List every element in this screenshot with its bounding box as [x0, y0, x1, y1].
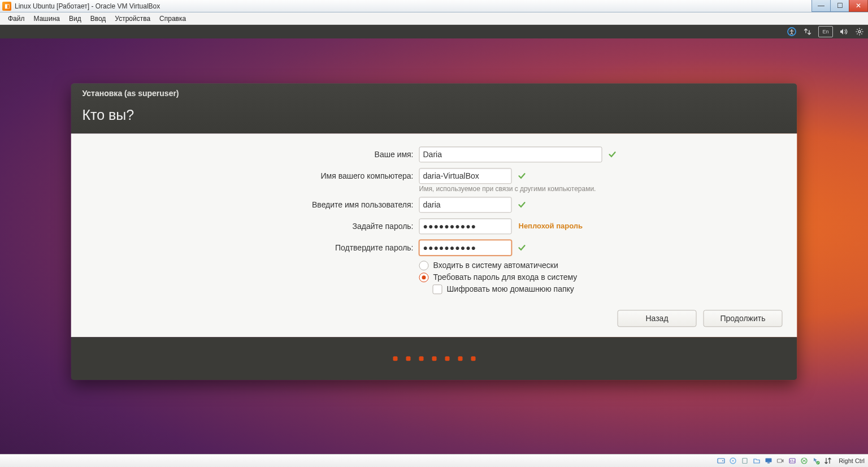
radio-icon: [419, 261, 429, 270]
accessibility-icon[interactable]: [787, 27, 797, 37]
window-title-bar: ◧ Linux Ubuntu [Работает] - Oracle VM Vi…: [0, 0, 868, 12]
svg-rect-18: [778, 459, 782, 462]
gear-icon[interactable]: [854, 27, 865, 37]
progress-dot: [458, 356, 462, 361]
menu-input[interactable]: Ввод: [86, 14, 111, 24]
continue-button[interactable]: Продолжить: [704, 310, 783, 327]
progress-dot: [471, 356, 475, 361]
host-key-indicator: Right Ctrl: [839, 457, 865, 464]
svg-point-12: [722, 460, 723, 461]
svg-line-8: [861, 33, 862, 34]
input-password[interactable]: [419, 218, 512, 234]
status-usb-icon[interactable]: [740, 456, 749, 465]
check-ok-icon: [608, 150, 617, 159]
status-optical-icon[interactable]: [728, 456, 737, 465]
virtualbox-status-bar: Right Ctrl: [0, 454, 868, 467]
menu-view[interactable]: Вид: [64, 14, 86, 24]
progress-dot: [393, 356, 397, 361]
option-auto-login-label: Входить в систему автоматически: [433, 261, 558, 270]
keyboard-layout-indicator[interactable]: En: [818, 26, 833, 37]
progress-dot: [445, 356, 449, 361]
status-audio-icon[interactable]: [788, 456, 797, 465]
label-password: Задайте пароль:: [86, 222, 419, 231]
status-display-icon[interactable]: [764, 456, 773, 465]
svg-line-10: [857, 33, 857, 34]
menu-help[interactable]: Справка: [155, 14, 190, 24]
volume-icon[interactable]: [839, 27, 849, 37]
installer-window: Установка (as superuser) Кто вы? Ваше им…: [71, 83, 797, 380]
check-ok-icon: [518, 171, 527, 180]
menu-machine[interactable]: Машина: [29, 14, 64, 24]
status-keyboard-captured-icon[interactable]: [823, 456, 832, 465]
svg-point-1: [791, 29, 792, 31]
progress-dot: [419, 356, 423, 361]
radio-icon: [419, 273, 429, 282]
close-button[interactable]: ✕: [849, 0, 868, 12]
svg-line-7: [857, 29, 857, 29]
installer-caption: Установка (as superuser): [83, 89, 786, 98]
svg-rect-16: [766, 459, 772, 462]
input-username[interactable]: [419, 197, 512, 213]
svg-rect-17: [767, 462, 770, 464]
svg-rect-15: [743, 459, 747, 464]
password-strength-label: Неплохой пароль: [519, 222, 583, 230]
progress-dot: [432, 356, 436, 361]
progress-dot: [406, 356, 410, 361]
installer-header: Установка (as superuser) Кто вы?: [71, 83, 797, 133]
window-controls: — ☐ ✕: [812, 0, 868, 12]
guest-screen: En Установка (as superuser) Кто вы? Ваше…: [0, 25, 868, 454]
menu-devices[interactable]: Устройства: [110, 14, 155, 24]
input-your-name[interactable]: [419, 146, 602, 162]
virtualbox-icon: ◧: [2, 2, 11, 11]
installer-title: Кто вы?: [83, 107, 786, 123]
status-hard-disk-icon[interactable]: [717, 456, 726, 465]
status-network-icon[interactable]: [800, 456, 809, 465]
label-computer-name: Имя вашего компьютера:: [86, 171, 419, 180]
svg-rect-11: [718, 459, 724, 463]
ubuntu-top-panel: En: [0, 25, 868, 38]
option-auto-login[interactable]: Входить в систему автоматически: [419, 261, 783, 270]
installer-progress-dots: [71, 337, 797, 380]
installer-body: Ваше имя: Имя вашего компьютера: Имя, ис…: [71, 133, 797, 337]
check-ok-icon: [518, 243, 527, 252]
checkbox-icon: [433, 284, 442, 294]
network-icon[interactable]: [802, 27, 813, 37]
option-encrypt-home[interactable]: Шифровать мою домашнюю папку: [433, 284, 783, 294]
label-confirm-password: Подтвердите пароль:: [86, 243, 419, 252]
svg-line-9: [861, 29, 862, 29]
check-ok-icon: [518, 200, 527, 209]
label-your-name: Ваше имя:: [86, 150, 419, 159]
status-recording-icon[interactable]: [776, 456, 785, 465]
option-require-password[interactable]: Требовать пароль для входа в систему: [419, 273, 783, 282]
minimize-button[interactable]: —: [811, 0, 831, 12]
back-button[interactable]: Назад: [618, 310, 697, 327]
option-require-password-label: Требовать пароль для входа в систему: [433, 273, 578, 282]
virtualbox-menu-bar: Файл Машина Вид Ввод Устройства Справка: [0, 12, 868, 25]
maximize-button[interactable]: ☐: [830, 0, 849, 12]
computer-name-hint: Имя, используемое при связи с другими ко…: [419, 185, 783, 193]
input-confirm-password[interactable]: [419, 240, 512, 256]
option-encrypt-home-label: Шифровать мою домашнюю папку: [447, 284, 574, 293]
label-username: Введите имя пользователя:: [86, 200, 419, 209]
window-title: Linux Ubuntu [Работает] - Oracle VM Virt…: [15, 2, 160, 10]
menu-file[interactable]: Файл: [3, 14, 29, 24]
ubuntu-wallpaper: Установка (as superuser) Кто вы? Ваше им…: [0, 38, 868, 454]
svg-point-2: [858, 31, 861, 33]
input-computer-name[interactable]: [419, 168, 512, 184]
svg-point-14: [732, 460, 734, 462]
status-mouse-integration-icon[interactable]: [811, 456, 821, 465]
status-shared-folders-icon[interactable]: [752, 456, 761, 465]
